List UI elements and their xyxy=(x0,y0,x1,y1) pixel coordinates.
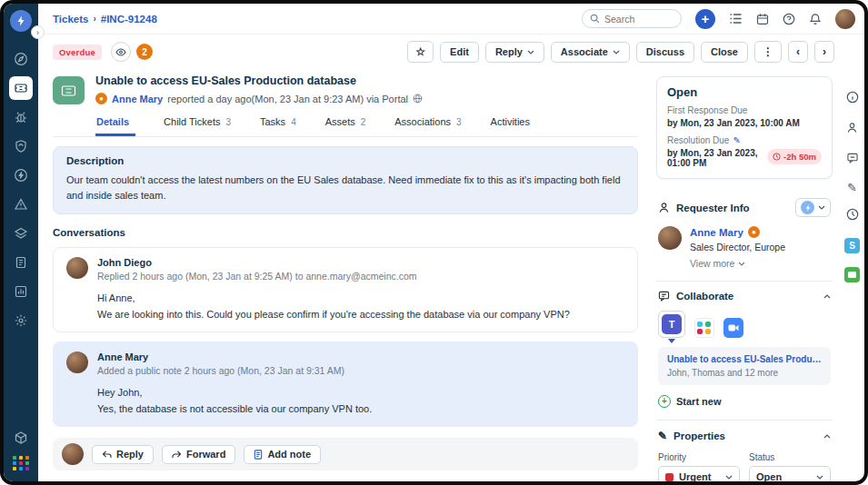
sidebar-item-settings[interactable] xyxy=(9,309,33,332)
chat-app-icon[interactable] xyxy=(844,267,860,282)
add-note-button[interactable]: Add note xyxy=(244,445,321,464)
reply-action-bar: Reply Forward Add note xyxy=(53,438,638,470)
reported-meta: reported a day ago(Mon, 23 Jan at 9:23 A… xyxy=(167,94,408,104)
requester-name-link[interactable]: Anne Mary xyxy=(112,94,163,104)
details-panel: Description Our team couldn't access the… xyxy=(53,137,638,481)
forward-button[interactable]: Forward xyxy=(162,445,235,464)
sla-timer-badge: -2h 50m xyxy=(767,149,822,164)
kebab-icon: ⋮ xyxy=(763,46,773,57)
view-more-link[interactable]: View more xyxy=(690,258,785,269)
sidebar-item-services[interactable] xyxy=(9,222,33,245)
new-item-button[interactable]: + xyxy=(695,9,715,29)
sidebar-item-solutions[interactable] xyxy=(9,251,33,274)
sidebar-item-dashboard[interactable] xyxy=(9,47,33,71)
notification-bell-icon[interactable] xyxy=(809,13,822,25)
conversation-meta: Added a public note 2 hours ago (Mon, 23… xyxy=(97,365,372,376)
tab-associations[interactable]: Associations3 xyxy=(394,112,462,136)
requester-quick-actions[interactable] xyxy=(795,198,831,217)
edit-pencil-icon[interactable]: ✎ xyxy=(733,135,740,145)
pen-icon[interactable]: ✎ xyxy=(847,181,857,194)
reply-arrow-icon xyxy=(102,450,112,459)
app-window: › xyxy=(0,0,868,485)
priority-select[interactable]: Urgent xyxy=(658,466,740,485)
collab-thread-title[interactable]: Unable to access EU-Sales Production dat… xyxy=(667,354,822,364)
user-avatar[interactable] xyxy=(835,9,855,29)
chevron-down-icon xyxy=(818,205,825,210)
ticket-side-panel: Open First Response Due by Mon, 23 Jan 2… xyxy=(649,69,834,481)
close-ticket-button[interactable]: Close xyxy=(701,42,748,63)
chevron-up-icon[interactable] xyxy=(823,434,831,439)
sidebar-expand-toggle[interactable]: › xyxy=(31,25,45,39)
requester-info-heading: Requester Info xyxy=(676,203,750,213)
chevron-right-icon: › xyxy=(823,46,826,57)
zoom-app-button[interactable] xyxy=(723,318,743,338)
ticket-header: Unable to access EU-Sales Production dat… xyxy=(53,69,638,112)
ms-teams-app-button[interactable]: T xyxy=(658,311,685,338)
forward-arrow-icon xyxy=(172,450,182,459)
tab-tasks[interactable]: Tasks4 xyxy=(259,112,297,136)
tab-child-tickets[interactable]: Child Tickets3 xyxy=(163,112,232,136)
search-input[interactable] xyxy=(604,14,668,25)
requester-info-section: Requester Info xyxy=(656,189,833,271)
sidebar-item-sandbox[interactable] xyxy=(9,426,33,450)
sidebar-item-tickets[interactable] xyxy=(9,76,33,100)
next-ticket-button[interactable]: › xyxy=(814,41,834,63)
app-switcher-icon[interactable] xyxy=(13,456,30,470)
avatar xyxy=(66,351,88,373)
ticket-toolbar: Overdue 2 ☆ Edit Reply Associate Discuss… xyxy=(53,35,834,69)
status-select[interactable]: Open xyxy=(749,466,831,485)
associate-dropdown-button[interactable]: Associate xyxy=(551,42,630,63)
sidebar-item-alerts[interactable] xyxy=(9,193,33,216)
skype-app-icon[interactable]: S xyxy=(844,238,860,253)
ticket-tabs: Details Child Tickets3 Tasks4 Assets2 As… xyxy=(53,112,638,137)
discuss-button[interactable]: Discuss xyxy=(636,42,694,63)
bar-chart-icon xyxy=(14,284,28,299)
conversation-item-reply[interactable]: John Diego Replied 2 hours ago (Mon, 23 … xyxy=(53,247,638,332)
tab-activities[interactable]: Activities xyxy=(490,112,536,136)
chevron-left-icon: ‹ xyxy=(796,46,800,57)
edit-button[interactable]: Edit xyxy=(440,42,479,63)
breadcrumb-tickets-link[interactable]: Tickets xyxy=(53,14,88,25)
watcher-count-badge: 2 xyxy=(136,44,153,60)
collab-thread-card[interactable]: Unable to access EU-Sales Production dat… xyxy=(658,347,831,385)
contact-icon[interactable] xyxy=(846,121,858,137)
tab-details[interactable]: Details xyxy=(95,112,135,136)
requester-role: Sales Director, Europe xyxy=(690,242,785,252)
info-icon[interactable] xyxy=(846,91,859,107)
collaborate-apps: T xyxy=(658,311,831,338)
previous-ticket-button[interactable]: ‹ xyxy=(788,41,808,63)
slack-app-button[interactable] xyxy=(694,318,714,338)
description-card: Description Our team couldn't access the… xyxy=(53,146,638,214)
flash-circle-icon xyxy=(14,168,28,183)
calendar-icon[interactable] xyxy=(756,13,769,25)
tab-assets[interactable]: Assets2 xyxy=(324,112,367,136)
global-search[interactable] xyxy=(582,9,682,28)
first-response-value: by Mon, 23 Jan 2023, 10:00 AM xyxy=(667,118,822,128)
conversations-heading: Conversations xyxy=(53,227,638,238)
chevron-down-icon xyxy=(725,475,733,480)
conversation-item-note[interactable]: Anne Mary Added a public note 2 hours ag… xyxy=(53,341,638,427)
tasks-list-icon[interactable] xyxy=(729,13,743,25)
sidebar-item-problems[interactable] xyxy=(9,105,33,129)
star-button[interactable]: ☆ xyxy=(407,41,434,63)
watchers-button[interactable] xyxy=(111,42,131,62)
freshservice-logo[interactable] xyxy=(10,10,32,32)
globe-icon xyxy=(413,94,423,104)
start-new-button[interactable]: + Start new xyxy=(658,395,831,408)
sidebar-item-releases[interactable] xyxy=(9,163,33,187)
left-sidebar: › xyxy=(4,4,38,481)
lightning-icon xyxy=(15,15,26,26)
more-options-button[interactable]: ⋮ xyxy=(754,41,782,63)
resolution-value: by Mon, 23 Jan 2023, 01:00 PM xyxy=(667,148,767,168)
sidebar-item-analytics[interactable] xyxy=(9,280,33,303)
help-icon[interactable] xyxy=(783,13,795,25)
reply-button[interactable]: Reply xyxy=(92,445,154,464)
comment-icon xyxy=(658,291,670,302)
reply-dropdown-button[interactable]: Reply xyxy=(485,42,544,63)
sidebar-item-changes[interactable] xyxy=(9,134,33,158)
requester-profile-link[interactable]: Anne Mary xyxy=(690,227,743,238)
chevron-up-icon[interactable] xyxy=(823,294,831,299)
comment-icon[interactable] xyxy=(846,151,859,167)
clock-icon[interactable] xyxy=(846,208,859,224)
description-body: Our team couldn't access the latest numb… xyxy=(66,173,624,203)
